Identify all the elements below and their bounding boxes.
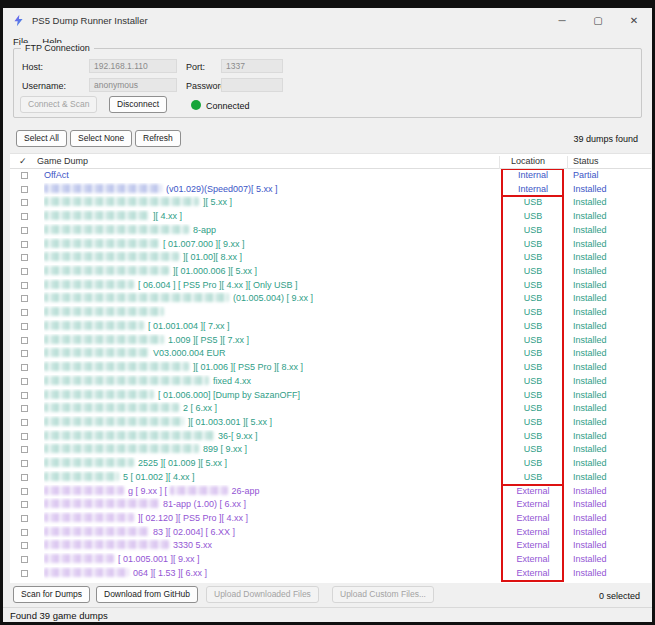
table-row[interactable]: [ 06.004 ] [ PS5 Pro ][ 4.xx ][ Only USB… <box>10 279 651 293</box>
row-checkbox[interactable] <box>21 446 28 453</box>
connect-scan-button[interactable]: Connect & Scan <box>20 96 97 113</box>
game-dump-name: (v01.029)(Speed007)[ 5.xx ] <box>44 183 474 197</box>
row-checkbox[interactable] <box>21 227 28 234</box>
redacted-name-blur <box>44 239 159 248</box>
row-checkbox[interactable] <box>21 556 28 563</box>
row-checkbox[interactable] <box>21 364 28 371</box>
table-row[interactable]: [ 01.006.000] [Dump by SazanOFF]USBInsta… <box>10 389 651 403</box>
select-none-button[interactable]: Select None <box>70 130 132 147</box>
status-cell: Installed <box>573 320 607 334</box>
table-row[interactable]: ][ 01.000.006 ][ 5.xx ]USBInstalled <box>10 265 651 279</box>
row-checkbox[interactable] <box>21 241 28 248</box>
disconnect-button[interactable]: Disconnect <box>109 96 167 113</box>
table-row[interactable]: [ 01.001.004 ][ 7.xx ]USBInstalled <box>10 320 651 334</box>
upload-custom-files-button[interactable]: Upload Custom Files... <box>332 586 434 603</box>
table-row[interactable]: 2 [ 6.xx ]USBInstalled <box>10 402 651 416</box>
row-checkbox[interactable] <box>21 199 28 206</box>
host-input[interactable]: 192.168.1.110 <box>89 59 177 73</box>
row-checkbox[interactable] <box>21 323 28 330</box>
header-select-check[interactable]: ✓ <box>19 156 27 166</box>
table-row[interactable]: [ 01.007.000 ][ 9.xx ]USBInstalled <box>10 238 651 252</box>
row-checkbox[interactable] <box>21 378 28 385</box>
username-input[interactable]: anonymous <box>89 78 177 92</box>
table-row[interactable]: 36-[ 9.xx ]USBInstalled <box>10 430 651 444</box>
table-row[interactable]: fixed 4.xxUSBInstalled <box>10 375 651 389</box>
row-checkbox[interactable] <box>21 186 28 193</box>
table-row[interactable]: 5 [ 01.002 ][ 4.xx ]USBInstalled <box>10 471 651 485</box>
table-row[interactable]: ][ 01.006 ][ PS5 Pro ][ 8.xx ]USBInstall… <box>10 361 651 375</box>
table-header: ✓ Game Dump Location Status <box>10 154 651 169</box>
table-row[interactable]: ][ 01.003.001 ][ 5.xx ]USBInstalled <box>10 416 651 430</box>
redacted-name-blur <box>44 376 209 385</box>
upload-downloaded-files-button[interactable]: Upload Downloaded Files <box>206 586 319 603</box>
table-row[interactable]: OffActInternalPartial <box>10 169 651 183</box>
header-game-dump[interactable]: Game Dump <box>37 156 88 166</box>
row-checkbox[interactable] <box>21 172 28 179</box>
table-row[interactable]: (01.005.004) [ 9.xx ]USBInstalled <box>10 292 651 306</box>
redacted-name-blur <box>44 540 169 549</box>
table-row[interactable]: 3330 5.xxExternalInstalled <box>10 539 651 553</box>
window-title: PS5 Dump Runner Installer <box>32 15 148 26</box>
row-checkbox[interactable] <box>21 433 28 440</box>
row-checkbox[interactable] <box>21 419 28 426</box>
row-checkbox[interactable] <box>21 570 28 577</box>
table-row[interactable]: 81-app (1.00) [ 6.xx ]ExternalInstalled <box>10 498 651 512</box>
table-row[interactable]: ][ 5.xx ]USBInstalled <box>10 196 651 210</box>
game-dump-name: ][ 01.000.006 ][ 5.xx ] <box>44 265 474 279</box>
table-row[interactable]: ][ 01.00][ 8.xx ]USBInstalled <box>10 251 651 265</box>
redacted-name-blur <box>44 252 179 261</box>
table-row[interactable]: ][ 4.xx ]USBInstalled <box>10 210 651 224</box>
status-cell: Installed <box>573 279 607 293</box>
row-checkbox[interactable] <box>21 254 28 261</box>
port-input[interactable]: 1337 <box>221 59 283 73</box>
header-location[interactable]: Location <box>511 156 545 166</box>
app-icon <box>12 14 25 27</box>
table-row[interactable]: 899 [ 9.xx ]USBInstalled <box>10 443 651 457</box>
table-row[interactable]: 1.009 ][ PS5 ][ 7.xx ]USBInstalled <box>10 334 651 348</box>
row-checkbox[interactable] <box>21 295 28 302</box>
header-separator <box>567 156 568 169</box>
row-checkbox[interactable] <box>21 488 28 495</box>
maximize-button[interactable]: ▢ <box>580 8 616 32</box>
table-row[interactable]: USBInstalled <box>10 306 651 320</box>
table-row[interactable]: 2525 ][ 01.009 ][ 5.xx ]USBInstalled <box>10 457 651 471</box>
table-row[interactable]: (v01.029)(Speed007)[ 5.xx ]InternalInsta… <box>10 183 651 197</box>
row-checkbox[interactable] <box>21 282 28 289</box>
download-from-github-button[interactable]: Download from GitHub <box>96 586 198 603</box>
row-checkbox[interactable] <box>21 213 28 220</box>
connected-status-dot <box>191 100 201 110</box>
statusbar-text: Found 39 game dumps <box>10 610 108 621</box>
close-button[interactable]: ✕ <box>616 8 652 32</box>
location-cell: USB <box>505 306 561 320</box>
row-checkbox[interactable] <box>21 515 28 522</box>
game-dump-name: 3330 5.xx <box>44 539 474 553</box>
location-cell: USB <box>505 416 561 430</box>
row-checkbox[interactable] <box>21 405 28 412</box>
row-checkbox[interactable] <box>21 337 28 344</box>
table-row[interactable]: ][ 02.120 ][ PS5 Pro ][ 4.xx ]ExternalIn… <box>10 512 651 526</box>
row-checkbox[interactable] <box>21 460 28 467</box>
row-checkbox[interactable] <box>21 542 28 549</box>
minimize-button[interactable]: ─ <box>544 8 580 32</box>
row-checkbox[interactable] <box>21 529 28 536</box>
row-checkbox[interactable] <box>21 268 28 275</box>
select-all-button[interactable]: Select All <box>16 130 67 147</box>
redacted-name-blur <box>44 293 229 302</box>
scan-for-dumps-button[interactable]: Scan for Dumps <box>13 586 90 603</box>
row-checkbox[interactable] <box>21 309 28 316</box>
row-checkbox[interactable] <box>21 350 28 357</box>
password-input[interactable] <box>221 78 283 92</box>
table-row[interactable]: 064 ][ 1.53 ][ 6.xx ]ExternalInstalled <box>10 567 651 581</box>
row-checkbox[interactable] <box>21 474 28 481</box>
header-status[interactable]: Status <box>573 156 599 166</box>
row-checkbox[interactable] <box>21 501 28 508</box>
table-row[interactable]: V03.000.004 EURUSBInstalled <box>10 347 651 361</box>
table-row[interactable]: g [ 9.xx ] [ 26-appExternalInstalled <box>10 485 651 499</box>
group-label: FTP Connection <box>21 43 94 53</box>
refresh-button[interactable]: Refresh <box>135 130 181 147</box>
table-row[interactable]: 8-appUSBInstalled <box>10 224 651 238</box>
row-checkbox[interactable] <box>21 392 28 399</box>
table-row[interactable]: [ 01.005.001 ][ 9.xx ]ExternalInstalled <box>10 553 651 567</box>
table-row[interactable]: 83 ][ 02.004] [ 6.XX ]ExternalInstalled <box>10 526 651 540</box>
selected-count: 0 selected <box>599 591 640 601</box>
